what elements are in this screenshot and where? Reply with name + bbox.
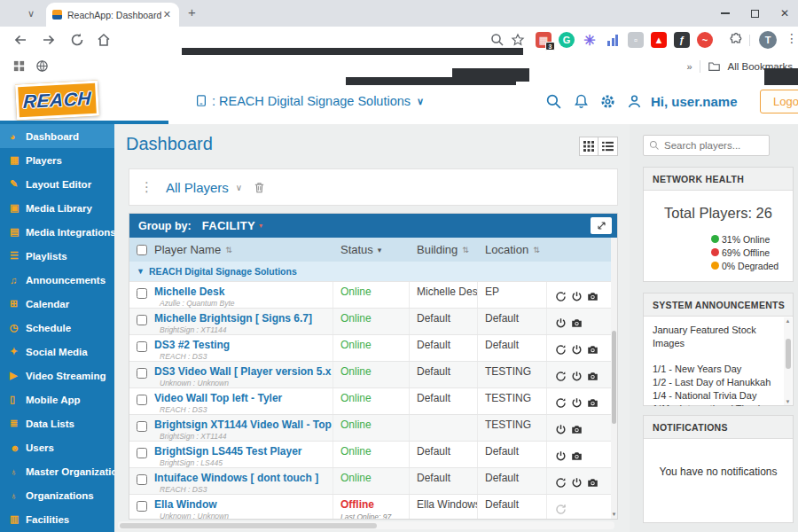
camera-icon[interactable]: [571, 450, 583, 462]
home-icon[interactable]: [96, 32, 112, 48]
window-minimize-button[interactable]: [721, 12, 730, 13]
table-vertical-scrollbar[interactable]: ▼: [611, 238, 617, 519]
grid-view-button[interactable]: [579, 137, 598, 156]
profile-avatar[interactable]: T: [759, 31, 777, 49]
camera-icon[interactable]: [587, 291, 598, 302]
power-icon[interactable]: [555, 424, 567, 435]
power-icon[interactable]: [571, 477, 583, 489]
fonts-extension-icon[interactable]: ƒ: [674, 32, 690, 48]
sidebar-item-master-organizations[interactable]: ♁Master Organizations: [0, 459, 114, 483]
bookmarks-overflow-icon[interactable]: »: [686, 61, 692, 72]
sidebar-item-media-library[interactable]: ▣Media Library: [0, 196, 114, 220]
gear-icon[interactable]: [599, 93, 616, 110]
horizontal-scrollbar[interactable]: [118, 521, 614, 529]
player-name-link[interactable]: Video Wall Top left - Tyler: [154, 392, 282, 404]
window-maximize-button[interactable]: [751, 10, 759, 18]
scrollbar-up-arrow[interactable]: ▲: [784, 318, 792, 324]
power-icon[interactable]: [555, 317, 567, 329]
player-name-link[interactable]: Michelle Brightsign [ Signs 6.7]: [154, 312, 312, 325]
power-icon[interactable]: [571, 344, 583, 356]
sidebar-item-data-lists[interactable]: ≣Data Lists: [0, 411, 114, 435]
sidebar-item-users[interactable]: ☻Users: [0, 435, 114, 459]
sidebar-item-calendar[interactable]: ⊞Calendar: [0, 292, 114, 316]
camera-icon[interactable]: [587, 477, 598, 489]
apps-grid-icon[interactable]: [12, 59, 26, 73]
scrollbar-thumb[interactable]: [786, 339, 791, 369]
row-checkbox[interactable]: [137, 395, 147, 405]
column-status[interactable]: Status: [340, 243, 373, 256]
chevron-down-icon[interactable]: ∨: [236, 183, 242, 192]
select-all-checkbox[interactable]: [137, 245, 147, 255]
row-checkbox[interactable]: [137, 368, 147, 379]
sidebar-item-dashboard[interactable]: ◕Dashboard: [0, 124, 114, 148]
power-icon[interactable]: [555, 450, 567, 462]
sidebar-item-layout-editor[interactable]: ✎Layout Editor: [0, 172, 114, 196]
groupby-value[interactable]: FACILITY: [202, 219, 255, 232]
refresh-icon[interactable]: [555, 291, 567, 302]
refresh-icon[interactable]: [555, 371, 567, 382]
column-building[interactable]: Building: [417, 243, 458, 256]
facility-group-row[interactable]: ▼ REACH Digital Signage Solutions: [129, 262, 617, 281]
sidebar-item-media-integrations[interactable]: ▤Media Integrations: [0, 220, 114, 244]
refresh-icon[interactable]: [555, 397, 567, 409]
player-name-link[interactable]: Brightsign XT1144 Video Wall - Top Right: [154, 419, 333, 431]
grammarly-extension-icon[interactable]: G: [559, 32, 575, 48]
scrollbar-down-arrow[interactable]: ▼: [784, 399, 792, 404]
filter-kebab-icon[interactable]: ⋮: [140, 179, 153, 195]
row-checkbox[interactable]: [137, 474, 147, 485]
sort-icon[interactable]: ⇅: [225, 246, 232, 254]
bar-chart-extension-icon[interactable]: [605, 32, 621, 48]
red-circle-extension-icon[interactable]: ~: [697, 32, 713, 48]
player-name-link[interactable]: DS3 #2 Testing: [154, 339, 230, 351]
row-checkbox[interactable]: [137, 448, 147, 458]
gray-extension-icon[interactable]: ▫: [628, 32, 644, 48]
new-tab-button[interactable]: +: [188, 4, 196, 20]
pdf-extension-icon[interactable]: ▲: [651, 32, 667, 48]
scrollbar-down-arrow[interactable]: ▼: [611, 512, 617, 517]
zoom-icon[interactable]: [490, 33, 505, 47]
announcements-scrollbar[interactable]: ▲ ▼: [784, 317, 792, 405]
red-grid-extension-icon[interactable]: ▦3: [536, 32, 552, 48]
camera-icon[interactable]: [587, 371, 598, 382]
reload-icon[interactable]: [69, 32, 85, 48]
search-icon[interactable]: [545, 93, 562, 110]
globe-bookmark-icon[interactable]: [35, 59, 49, 73]
sort-icon[interactable]: ⇅: [462, 246, 469, 254]
scrollbar-thumb[interactable]: [120, 523, 377, 528]
refresh-icon[interactable]: [555, 477, 567, 489]
bookmark-star-icon[interactable]: [511, 33, 525, 47]
browser-menu-icon[interactable]: ⋮: [786, 31, 798, 45]
scrollbar-thumb[interactable]: [612, 331, 616, 424]
sidebar-item-organizations[interactable]: ♁Organizations: [0, 483, 114, 507]
refresh-icon[interactable]: [555, 504, 567, 515]
tab-close-icon[interactable]: ✕: [161, 9, 173, 20]
power-icon[interactable]: [571, 371, 583, 382]
player-name-link[interactable]: BrightSign LS445 Test Player: [154, 445, 302, 458]
row-checkbox[interactable]: [137, 288, 147, 299]
sidebar-item-players[interactable]: ▦Players: [0, 148, 114, 172]
power-icon[interactable]: [571, 397, 583, 409]
camera-icon[interactable]: [587, 344, 598, 356]
organization-selector[interactable]: : REACH Digital Signage Solutions ∨: [195, 94, 424, 108]
players-filter-dropdown[interactable]: All Players: [166, 180, 229, 195]
browser-tab[interactable]: ReachApp: Dashboard ✕: [46, 3, 179, 27]
sidebar-item-playlists[interactable]: ☰Playlists: [0, 244, 114, 268]
sidebar-item-facilities[interactable]: ▥Facilities: [0, 507, 114, 531]
table-expand-button[interactable]: [591, 217, 612, 234]
player-name-link[interactable]: Intuiface Windows [ dont touch ]: [154, 472, 318, 484]
logout-button[interactable]: Logout: [760, 90, 798, 113]
search-players-input[interactable]: [664, 140, 762, 151]
camera-icon[interactable]: [571, 424, 583, 435]
bell-icon[interactable]: [573, 93, 590, 110]
row-checkbox[interactable]: [137, 421, 147, 432]
player-name-link[interactable]: Ella Window: [154, 498, 229, 511]
column-location[interactable]: Location: [485, 243, 528, 256]
extensions-puzzle-icon[interactable]: [729, 33, 743, 47]
power-icon[interactable]: [571, 291, 583, 302]
player-name-link[interactable]: DS3 Video Wall [ Player version 5.x ]: [154, 365, 333, 378]
trash-icon[interactable]: [253, 181, 266, 194]
sidebar-item-social-media[interactable]: ✦Social Media: [0, 340, 114, 364]
list-view-button[interactable]: [598, 137, 618, 156]
row-checkbox[interactable]: [137, 341, 147, 352]
player-name-link[interactable]: Michelle Desk: [154, 286, 235, 298]
